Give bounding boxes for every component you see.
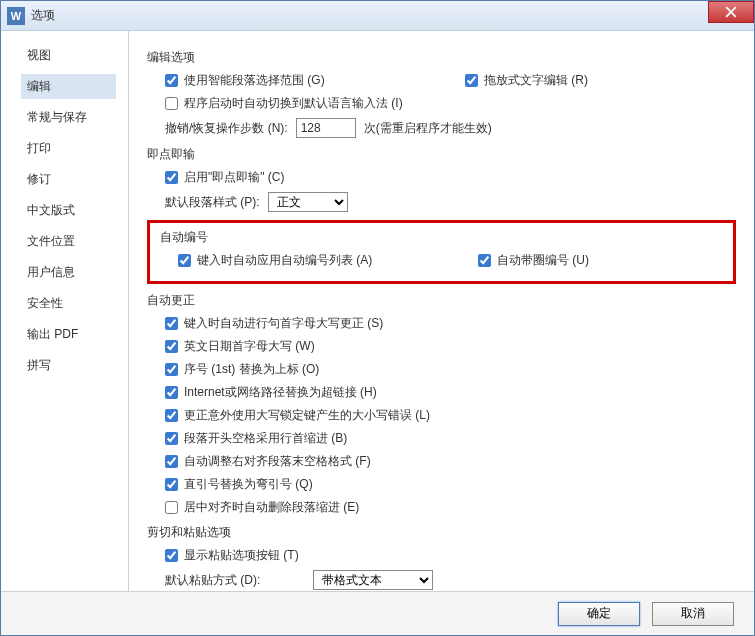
checkbox-smart-paragraph[interactable]: [165, 74, 178, 87]
check-autocorrect-2[interactable]: 序号 (1st) 替换为上标 (O): [165, 361, 736, 378]
label-auto-switch-ime: 程序启动时自动切换到默认语言输入法 (I): [184, 95, 403, 112]
check-autocorrect-5[interactable]: 段落开头空格采用行首缩进 (B): [165, 430, 736, 447]
label-smart-paragraph: 使用智能段落选择范围 (G): [184, 72, 325, 89]
checkbox-drag-text[interactable]: [465, 74, 478, 87]
check-auto-switch-ime[interactable]: 程序启动时自动切换到默认语言输入法 (I): [165, 95, 736, 112]
close-icon: [725, 6, 737, 18]
sidebar-item-2[interactable]: 常规与保存: [21, 105, 116, 130]
label-autocorrect-4: 更正意外使用大写锁定键产生的大小写错误 (L): [184, 407, 430, 424]
check-autocorrect-4[interactable]: 更正意外使用大写锁定键产生的大小写错误 (L): [165, 407, 736, 424]
checkbox-autocorrect-6[interactable]: [165, 455, 178, 468]
section-edit-options-title: 编辑选项: [147, 49, 736, 66]
undo-steps-input[interactable]: 128: [296, 118, 356, 138]
content-panel: 编辑选项 使用智能段落选择范围 (G) 拖放式文字编辑 (R) 程序启动时自动切…: [129, 31, 754, 591]
undo-steps-suffix: 次(需重启程序才能生效): [364, 120, 492, 137]
checkbox-auto-number-list[interactable]: [178, 254, 191, 267]
section-cut-paste-title: 剪切和粘贴选项: [147, 524, 736, 541]
options-dialog: W 选项 视图编辑常规与保存打印修订中文版式文件位置用户信息安全性输出 PDF拼…: [0, 0, 755, 636]
check-autocorrect-1[interactable]: 英文日期首字母大写 (W): [165, 338, 736, 355]
checkbox-autocorrect-2[interactable]: [165, 363, 178, 376]
check-autocorrect-6[interactable]: 自动调整右对齐段落末空格格式 (F): [165, 453, 736, 470]
label-autocorrect-1: 英文日期首字母大写 (W): [184, 338, 315, 355]
check-autocorrect-3[interactable]: Internet或网络路径替换为超链接 (H): [165, 384, 736, 401]
checkbox-autocorrect-3[interactable]: [165, 386, 178, 399]
sidebar-item-7[interactable]: 用户信息: [21, 260, 116, 285]
section-auto-number-title: 自动编号: [160, 229, 723, 246]
section-auto-correct-title: 自动更正: [147, 292, 736, 309]
sidebar-item-10[interactable]: 拼写: [21, 353, 116, 378]
window-title: 选项: [31, 7, 55, 24]
label-autocorrect-3: Internet或网络路径替换为超链接 (H): [184, 384, 377, 401]
default-style-select[interactable]: 正文: [268, 192, 348, 212]
ok-button[interactable]: 确定: [558, 602, 640, 626]
default-style-label: 默认段落样式 (P):: [165, 194, 260, 211]
sidebar-item-4[interactable]: 修订: [21, 167, 116, 192]
check-autocorrect-7[interactable]: 直引号替换为弯引号 (Q): [165, 476, 736, 493]
check-auto-number-list[interactable]: 键入时自动应用自动编号列表 (A): [178, 252, 478, 269]
highlight-auto-number: 自动编号 键入时自动应用自动编号列表 (A) 自动带圈编号 (U): [147, 220, 736, 284]
sidebar-item-9[interactable]: 输出 PDF: [21, 322, 116, 347]
checkbox-circle-number[interactable]: [478, 254, 491, 267]
checkbox-show-paste-button[interactable]: [165, 549, 178, 562]
checkbox-enable-click-type[interactable]: [165, 171, 178, 184]
sidebar-item-0[interactable]: 视图: [21, 43, 116, 68]
sidebar-item-8[interactable]: 安全性: [21, 291, 116, 316]
sidebar-item-1[interactable]: 编辑: [21, 74, 116, 99]
check-circle-number[interactable]: 自动带圈编号 (U): [478, 252, 589, 269]
label-enable-click-type: 启用"即点即输" (C): [184, 169, 285, 186]
label-drag-text: 拖放式文字编辑 (R): [484, 72, 588, 89]
label-show-paste-button: 显示粘贴选项按钮 (T): [184, 547, 299, 564]
check-smart-paragraph[interactable]: 使用智能段落选择范围 (G): [165, 72, 465, 89]
sidebar-item-6[interactable]: 文件位置: [21, 229, 116, 254]
label-autocorrect-6: 自动调整右对齐段落末空格格式 (F): [184, 453, 371, 470]
check-show-paste-button[interactable]: 显示粘贴选项按钮 (T): [165, 547, 736, 564]
label-autocorrect-7: 直引号替换为弯引号 (Q): [184, 476, 313, 493]
undo-steps-label: 撤销/恢复操作步数 (N):: [165, 120, 288, 137]
sidebar-item-3[interactable]: 打印: [21, 136, 116, 161]
check-autocorrect-0[interactable]: 键入时自动进行句首字母大写更正 (S): [165, 315, 736, 332]
check-autocorrect-8[interactable]: 居中对齐时自动删除段落缩进 (E): [165, 499, 736, 516]
checkbox-autocorrect-0[interactable]: [165, 317, 178, 330]
dialog-body: 视图编辑常规与保存打印修订中文版式文件位置用户信息安全性输出 PDF拼写 编辑选…: [1, 31, 754, 591]
label-autocorrect-5: 段落开头空格采用行首缩进 (B): [184, 430, 347, 447]
app-icon: W: [7, 7, 25, 25]
label-auto-number-list: 键入时自动应用自动编号列表 (A): [197, 252, 372, 269]
checkbox-autocorrect-8[interactable]: [165, 501, 178, 514]
close-button[interactable]: [708, 1, 754, 23]
check-enable-click-type[interactable]: 启用"即点即输" (C): [165, 169, 736, 186]
check-drag-text[interactable]: 拖放式文字编辑 (R): [465, 72, 588, 89]
dialog-footer: 确定 取消: [1, 591, 754, 635]
sidebar-item-5[interactable]: 中文版式: [21, 198, 116, 223]
checkbox-autocorrect-1[interactable]: [165, 340, 178, 353]
label-autocorrect-0: 键入时自动进行句首字母大写更正 (S): [184, 315, 383, 332]
label-autocorrect-8: 居中对齐时自动删除段落缩进 (E): [184, 499, 359, 516]
section-click-type-title: 即点即输: [147, 146, 736, 163]
checkbox-auto-switch-ime[interactable]: [165, 97, 178, 110]
checkbox-autocorrect-4[interactable]: [165, 409, 178, 422]
cancel-button[interactable]: 取消: [652, 602, 734, 626]
titlebar: W 选项: [1, 1, 754, 31]
label-autocorrect-2: 序号 (1st) 替换为上标 (O): [184, 361, 319, 378]
label-circle-number: 自动带圈编号 (U): [497, 252, 589, 269]
checkbox-autocorrect-5[interactable]: [165, 432, 178, 445]
paste-mode-select[interactable]: 带格式文本: [313, 570, 433, 590]
sidebar: 视图编辑常规与保存打印修订中文版式文件位置用户信息安全性输出 PDF拼写: [1, 31, 129, 591]
checkbox-autocorrect-7[interactable]: [165, 478, 178, 491]
paste-mode-label: 默认粘贴方式 (D):: [165, 572, 305, 589]
